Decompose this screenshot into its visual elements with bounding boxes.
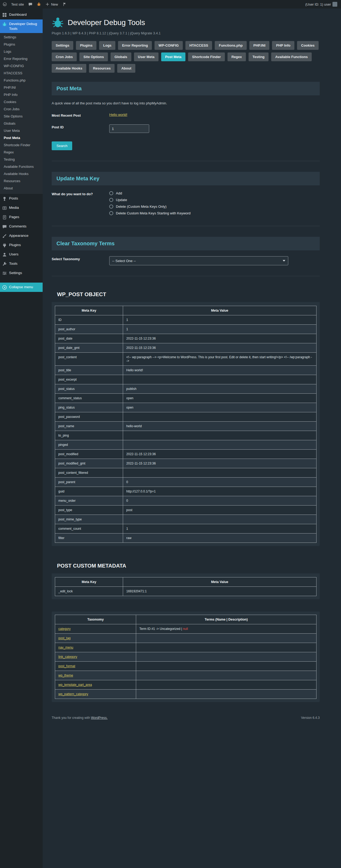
tab-button[interactable]: Regex	[227, 53, 246, 61]
terms-cell: Term ID #1 -> Uncategorized | null	[136, 624, 316, 633]
tab-button[interactable]: Settings	[52, 41, 73, 50]
taxonomy-link[interactable]: wp_pattern_category	[58, 692, 88, 696]
submenu-item[interactable]: Testing	[0, 156, 42, 163]
submenu-item[interactable]: Plugins	[0, 41, 42, 48]
taxonomy-link[interactable]: wp_template_part_area	[58, 683, 92, 687]
sidebar-item[interactable]: Plugins	[0, 241, 42, 250]
post-id-input[interactable]	[109, 124, 149, 133]
tab-button[interactable]: Post Meta	[161, 53, 185, 61]
taxonomy-link[interactable]: link_category	[58, 655, 77, 659]
my-account-menu[interactable]: (User ID: 1) user	[305, 2, 337, 7]
meta-value-cell: raw	[123, 533, 316, 543]
submenu-item[interactable]: Available Hooks	[0, 170, 42, 177]
tab-button[interactable]: Cron Jobs	[52, 53, 77, 61]
comments-menu[interactable]	[28, 2, 32, 6]
sidebar-item[interactable]: Settings	[0, 269, 42, 278]
radio-option[interactable]: Update	[109, 198, 190, 202]
submenu-item[interactable]: WP-CONFIG	[0, 62, 42, 69]
plugin-tabs: Settings Plugins Logs Error Reporting WP…	[52, 41, 320, 73]
table-row: category Term ID #1 -> Uncategorized | n…	[55, 624, 316, 633]
submenu-item[interactable]: Settings	[0, 34, 42, 41]
tab-button[interactable]: Error Reporting	[118, 41, 152, 50]
submenu-item[interactable]: User Meta	[0, 127, 42, 134]
submenu-item[interactable]: Cron Jobs	[0, 105, 42, 113]
column-header: Meta Value	[123, 578, 316, 587]
submenu-item[interactable]: Site Options	[0, 113, 42, 120]
submenu-item[interactable]: Globals	[0, 120, 42, 127]
site-name-menu[interactable]: Test site	[11, 2, 24, 6]
flag-menu[interactable]	[62, 2, 67, 6]
tab-button[interactable]: User Meta	[134, 53, 158, 61]
sidebar-item[interactable]: Media	[0, 203, 42, 213]
submenu-item[interactable]: Resources	[0, 177, 42, 185]
sidebar-item[interactable]: Comments	[0, 222, 42, 231]
tab-button[interactable]: Cookies	[297, 41, 319, 50]
tab-button[interactable]: Testing	[249, 53, 269, 61]
submenu-item[interactable]: Available Functions	[0, 163, 42, 170]
taxonomy-link[interactable]: wp_theme	[58, 674, 73, 677]
table-row: post_format	[55, 661, 316, 671]
tab-button[interactable]: PHP Info	[272, 41, 294, 50]
submenu-item[interactable]: HTACCESS	[0, 69, 42, 77]
taxonomy-link[interactable]: category	[58, 627, 71, 631]
tab-button[interactable]: Globals	[111, 53, 131, 61]
sidebar-item[interactable]: Pages	[0, 213, 42, 222]
meta-key-cell: ID	[55, 315, 123, 325]
tab-button[interactable]: Logs	[99, 41, 115, 50]
ddt-adminbar-menu[interactable]	[37, 2, 41, 6]
wordpress-link[interactable]: WordPress.	[91, 716, 107, 720]
tab-button[interactable]: Available Hooks	[52, 64, 86, 73]
sidebar-item[interactable]: Tools	[0, 259, 42, 269]
tab-button[interactable]: Shortcode Finder	[188, 53, 225, 61]
submenu-item[interactable]: Error Reporting	[0, 55, 42, 62]
tab-button[interactable]: HTACCESS	[185, 41, 212, 50]
taxonomy-link[interactable]: post_tag	[58, 636, 71, 640]
submenu-item[interactable]: Shortcode Finder	[0, 142, 42, 149]
tab-button[interactable]: PHP.INI	[249, 41, 269, 50]
taxonomy-link[interactable]: post_format	[58, 664, 75, 668]
radio-option[interactable]: Add	[109, 191, 190, 195]
sidebar-item[interactable]: Appearance	[0, 231, 42, 241]
submenu-item[interactable]: Cookies	[0, 98, 42, 105]
submenu-item[interactable]: Logs	[0, 48, 42, 55]
tab-button[interactable]: Plugins	[76, 41, 96, 50]
media-icon	[2, 206, 7, 210]
tab-button[interactable]: Site Options	[80, 53, 108, 61]
meta-value-cell: 0	[123, 496, 316, 505]
submenu-item[interactable]: About	[0, 185, 42, 192]
tab-button[interactable]: Resources	[89, 64, 115, 73]
search-button[interactable]: Search	[52, 142, 72, 150]
collapse-menu-button[interactable]: Collapse menu	[0, 283, 42, 292]
sidebar-item[interactable]: Dashboard	[0, 10, 42, 20]
meta-key-cell: post_modified_gmt	[55, 459, 123, 468]
terms-cell	[136, 680, 316, 689]
submenu-item[interactable]: PHP Info	[0, 91, 42, 98]
submenu-item[interactable]: Functions.php	[0, 77, 42, 84]
table-header-row: Meta Key Meta Value	[55, 578, 316, 587]
taxonomy-select[interactable]: -- Select One --	[109, 256, 288, 265]
radio-option[interactable]: Delete Custom Meta Keys Starting with Ke…	[109, 211, 190, 215]
meta-key-cell: post_title	[55, 366, 123, 375]
submenu-item[interactable]: PHP.INI	[0, 84, 42, 91]
sidebar-item-label: Users	[9, 252, 19, 257]
section-description: A quick view of all the post meta so you…	[52, 101, 320, 105]
sidebar-item-label: Plugins	[9, 243, 21, 247]
tab-button[interactable]: Functions.php	[215, 41, 247, 50]
meta-key-cell: post_date	[55, 334, 123, 343]
section-title: Post Meta	[57, 86, 315, 92]
most-recent-post-link[interactable]: Hello world!	[109, 113, 127, 118]
submenu-item[interactable]: Regex	[0, 149, 42, 156]
sidebar-item[interactable]: Posts	[0, 194, 42, 203]
submenu-item[interactable]: Post Meta	[0, 134, 42, 142]
radio-option[interactable]: Delete (Custom Meta Keys Only)	[109, 205, 190, 209]
plugin-header: Developer Debug Tools	[52, 17, 320, 29]
new-content-menu[interactable]: New	[45, 2, 58, 6]
sidebar-item[interactable]: Developer Debug Tools	[0, 20, 42, 33]
tab-button[interactable]: Available Functions	[271, 53, 312, 61]
tab-button[interactable]: WP-CONFIG	[155, 41, 183, 50]
sidebar-item[interactable]: Users	[0, 250, 42, 259]
tab-button[interactable]: About	[117, 64, 135, 73]
terms-text: Term ID #1 -> Uncategorized |	[139, 627, 183, 631]
taxonomy-link[interactable]: nav_menu	[58, 646, 73, 649]
wp-logo-menu[interactable]	[3, 2, 7, 6]
